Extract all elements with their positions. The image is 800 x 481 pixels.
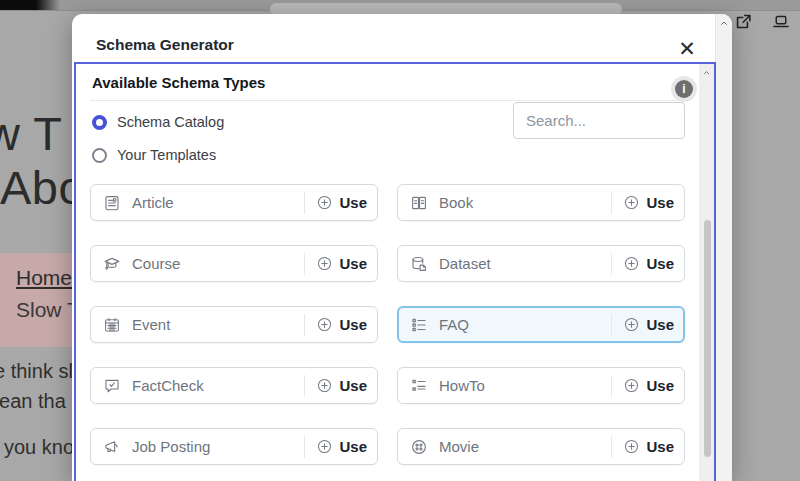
schema-card-movie[interactable]: Movie Use: [397, 428, 685, 465]
background-paragraph-line: nean tha: [0, 390, 66, 413]
schema-type-label: Course: [132, 255, 304, 272]
card-divider: [304, 253, 305, 275]
card-divider: [611, 253, 612, 275]
schema-type-label: FAQ: [439, 316, 611, 333]
external-link-icon[interactable]: [734, 12, 753, 31]
schema-type-grid: Article Use Book Use Course Use Dataset …: [90, 184, 685, 465]
dataset-icon: [410, 255, 428, 273]
job-posting-icon: [103, 438, 121, 456]
use-button-label: Use: [339, 438, 367, 455]
schema-type-label: Movie: [439, 438, 611, 455]
schema-card-job-posting[interactable]: Job Posting Use: [90, 428, 378, 465]
schema-card-article[interactable]: Article Use: [90, 184, 378, 221]
schema-card-course[interactable]: Course Use: [90, 245, 378, 282]
background-paragraph-line: you kno: [4, 436, 74, 459]
movie-icon: [410, 438, 428, 456]
scroll-up-icon[interactable]: [719, 19, 729, 27]
card-divider: [611, 375, 612, 397]
use-button-label: Use: [646, 377, 674, 394]
schema-panel: Available Schema Types i Schema Catalog …: [74, 62, 716, 481]
plus-circle-icon: [316, 438, 333, 455]
use-button-label: Use: [339, 255, 367, 272]
faq-icon: [410, 316, 428, 334]
card-divider: [611, 192, 612, 214]
card-divider: [304, 192, 305, 214]
use-button[interactable]: Use: [316, 194, 367, 211]
plus-circle-icon: [623, 194, 640, 211]
course-icon: [103, 255, 121, 273]
schema-card-dataset[interactable]: Dataset Use: [397, 245, 685, 282]
schema-type-label: Book: [439, 194, 611, 211]
plus-circle-icon: [316, 255, 333, 272]
modal-title: Schema Generator: [96, 36, 234, 54]
schema-card-howto[interactable]: HowTo Use: [397, 367, 685, 404]
book-icon: [410, 194, 428, 212]
card-divider: [304, 436, 305, 458]
radio-label: Your Templates: [117, 147, 216, 163]
use-button[interactable]: Use: [316, 255, 367, 272]
card-divider: [304, 314, 305, 336]
use-button[interactable]: Use: [316, 316, 367, 333]
plus-circle-icon: [623, 316, 640, 333]
use-button-label: Use: [339, 194, 367, 211]
info-button[interactable]: i: [671, 76, 697, 102]
info-icon: i: [675, 80, 693, 98]
article-icon: [103, 194, 121, 212]
screen: w T Abo Home Slow T e think sl nean tha …: [0, 0, 800, 481]
radio-your-templates[interactable]: Your Templates: [92, 143, 216, 167]
schema-type-label: Event: [132, 316, 304, 333]
schema-type-label: Dataset: [439, 255, 611, 272]
search-input[interactable]: [513, 102, 685, 139]
plus-circle-icon: [623, 255, 640, 272]
breadcrumb-home-link: Home: [16, 266, 72, 290]
factcheck-icon: [103, 377, 121, 395]
background-heading-line1: w T: [0, 106, 62, 161]
schema-card-book[interactable]: Book Use: [397, 184, 685, 221]
schema-generator-modal: Schema Generator ✕ Available Schema Type…: [72, 14, 732, 481]
use-button[interactable]: Use: [623, 194, 674, 211]
background-paragraph-line: e think sl: [0, 360, 73, 383]
use-button[interactable]: Use: [316, 377, 367, 394]
modal-scrollbar[interactable]: [715, 14, 732, 481]
scrollbar-thumb[interactable]: [704, 220, 711, 457]
radio-schema-catalog[interactable]: Schema Catalog: [92, 110, 224, 134]
panel-divider: [90, 100, 686, 101]
plus-circle-icon: [623, 377, 640, 394]
use-button-label: Use: [646, 194, 674, 211]
use-button-label: Use: [646, 255, 674, 272]
schema-type-label: HowTo: [439, 377, 611, 394]
use-button[interactable]: Use: [623, 438, 674, 455]
use-button-label: Use: [339, 377, 367, 394]
card-divider: [304, 375, 305, 397]
use-button-label: Use: [339, 316, 367, 333]
plus-circle-icon: [316, 377, 333, 394]
schema-card-event[interactable]: Event Use: [90, 306, 378, 343]
schema-type-label: FactCheck: [132, 377, 304, 394]
panel-heading: Available Schema Types: [92, 74, 265, 91]
background-dark-corner: [0, 0, 60, 10]
laptop-icon[interactable]: [770, 13, 792, 32]
plus-circle-icon: [316, 316, 333, 333]
use-button[interactable]: Use: [623, 255, 674, 272]
plus-circle-icon: [316, 194, 333, 211]
plus-circle-icon: [623, 438, 640, 455]
panel-scrollbar[interactable]: [699, 64, 714, 481]
breadcrumb-current: Slow T: [16, 298, 80, 322]
card-divider: [611, 314, 612, 336]
schema-type-label: Job Posting: [132, 438, 304, 455]
schema-type-label: Article: [132, 194, 304, 211]
radio-dot: [92, 148, 107, 163]
radio-label: Schema Catalog: [117, 114, 224, 130]
radio-dot: [92, 115, 107, 130]
use-button-label: Use: [646, 316, 674, 333]
event-icon: [103, 316, 121, 334]
schema-card-faq[interactable]: FAQ Use: [397, 306, 685, 343]
use-button[interactable]: Use: [316, 438, 367, 455]
scroll-up-icon[interactable]: [702, 69, 711, 76]
howto-icon: [410, 377, 428, 395]
use-button[interactable]: Use: [623, 316, 674, 333]
use-button-label: Use: [646, 438, 674, 455]
card-divider: [611, 436, 612, 458]
use-button[interactable]: Use: [623, 377, 674, 394]
schema-card-factcheck[interactable]: FactCheck Use: [90, 367, 378, 404]
